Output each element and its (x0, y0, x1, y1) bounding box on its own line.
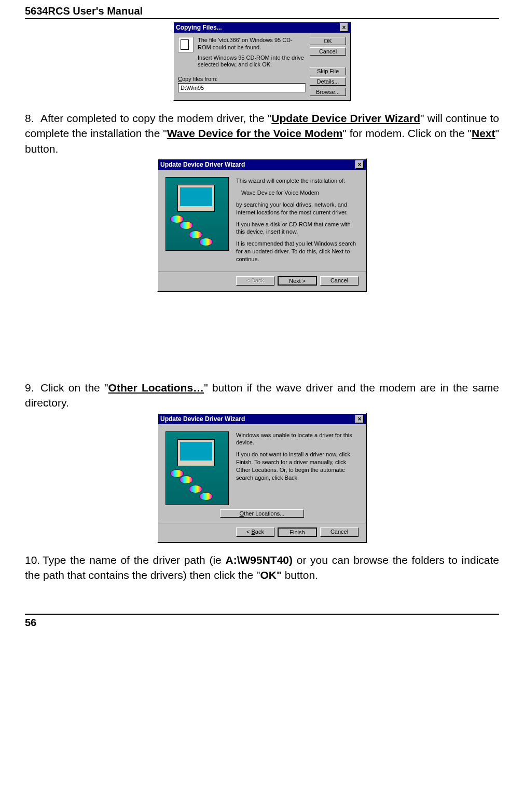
dialog1-title: Copying Files... (176, 24, 222, 31)
step-9-text: 9.Click on the "Other Locations…" button… (25, 380, 499, 411)
dlg3-p1: Windows was unable to locate a driver fo… (236, 431, 358, 447)
dialog2-title: Update Device Driver Wizard (160, 161, 245, 168)
step8-c: " for modem. Click on the " (342, 127, 472, 139)
close-icon[interactable]: × (355, 160, 364, 169)
browse-button[interactable]: Browse... (310, 88, 346, 96)
dlg2-p5: It is recommended that you let Windows s… (236, 240, 358, 263)
wizard-art-icon (166, 177, 229, 251)
step-10-text: 10.Type the name of the driver path (ie … (25, 552, 499, 583)
step8-bold2: Wave Device for the Voice Modem (167, 127, 343, 139)
other-locations-button[interactable]: Other Locations... (220, 509, 304, 518)
copy-from-label: Copy files from: (178, 76, 306, 82)
dlg2-p1: This wizard will complete the installati… (236, 177, 358, 185)
dialog1-msg-line2: Insert Windows 95 CD-ROM into the drive … (198, 55, 306, 69)
dialog-wizard-1: Update Device Driver Wizard × This wizar… (157, 158, 367, 292)
finish-button[interactable]: Finish (278, 527, 317, 537)
back-button: < Back (236, 276, 274, 286)
skip-file-button[interactable]: Skip File (310, 67, 346, 75)
dlg3-p2: If you do not want to install a driver n… (236, 451, 358, 481)
ok-button[interactable]: OK (310, 37, 346, 45)
step10-bold2: OK" (260, 569, 281, 581)
copy-from-input[interactable]: D:\Win95 (178, 83, 306, 92)
dlg2-p2: Wave Device for Voice Modem (241, 189, 358, 197)
step9-bold1: Other Locations… (108, 382, 204, 394)
page-footer: 56 (25, 614, 499, 629)
step-8-text: 8.After completed to copy the modem driv… (25, 111, 499, 156)
step8-bold3: Next (472, 127, 495, 139)
dialog1-message: The file 'vtdi.386' on Windows 95 CD-ROM… (198, 37, 306, 69)
step9-a: Click on the " (40, 382, 108, 394)
wizard-art-icon (166, 431, 229, 505)
step10-bold1: A:\W95NT40) (225, 554, 293, 566)
close-icon[interactable]: × (340, 23, 348, 32)
dialog-wizard-2: Update Device Driver Wizard × Windows wa… (157, 413, 367, 543)
step8-a: After completed to copy the modem driver… (40, 112, 271, 124)
step10-c: button. (282, 569, 318, 581)
step-9-number: 9. (25, 380, 40, 395)
dialog1-msg-line1: The file 'vtdi.386' on Windows 95 CD-ROM… (198, 37, 306, 51)
step-10-number: 10. (25, 552, 43, 567)
dlg2-p4: If you have a disk or CD-ROM that came w… (236, 221, 358, 236)
details-button[interactable]: Details... (310, 77, 346, 86)
page-number: 56 (25, 617, 36, 628)
dlg2-p3: by searching your local drives, network,… (236, 201, 358, 216)
dialog3-titlebar: Update Device Driver Wizard × (158, 414, 366, 424)
step10-a: Type the name of the driver path (ie (43, 554, 225, 566)
cancel-button[interactable]: Cancel (320, 527, 358, 537)
dialog3-body-text: Windows was unable to locate a driver fo… (236, 431, 358, 505)
dialog-copying-files: Copying Files... × The file 'vtdi.386' o… (173, 21, 351, 101)
close-icon[interactable]: × (355, 415, 364, 423)
cancel-button[interactable]: Cancel (320, 276, 358, 286)
step-8-number: 8. (25, 111, 40, 126)
dialog3-title: Update Device Driver Wizard (160, 415, 245, 423)
page-header-title: 5634RCS User's Manual (25, 5, 143, 17)
back-button[interactable]: < Back (236, 527, 274, 537)
file-copy-icon (178, 37, 194, 52)
cancel-button[interactable]: Cancel (310, 47, 346, 56)
dialog2-body-text: This wizard will complete the installati… (236, 177, 358, 267)
dialog1-titlebar: Copying Files... × (174, 22, 350, 33)
next-button[interactable]: Next > (278, 276, 317, 286)
dialog2-titlebar: Update Device Driver Wizard × (158, 159, 366, 170)
step8-bold1: Update Device Driver Wizard (271, 112, 420, 124)
